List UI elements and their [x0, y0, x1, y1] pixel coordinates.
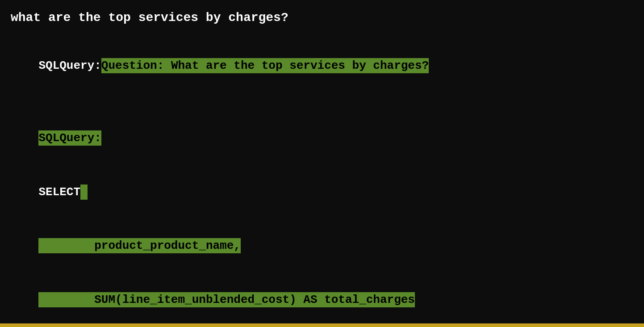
sqlquery-label2-highlight: SQLQuery: — [38, 130, 101, 146]
question-text: what are the top services by charges? — [11, 9, 633, 26]
sqlquery-line1: SQLQuery:Question: What are the top serv… — [11, 39, 633, 93]
select-keyword: SELECT — [38, 185, 80, 199]
col1-line: product_product_name, — [11, 219, 633, 273]
col1-highlight: product_product_name, — [38, 238, 240, 253]
bottom-bar — [0, 323, 644, 327]
col2-line: SUM(line_item_unblended_cost) AS total_c… — [11, 273, 633, 327]
sql-query-block: SQLQuery:Question: What are the top serv… — [11, 39, 633, 327]
select-line: SELECT — [11, 165, 633, 219]
select-highlight — [80, 184, 88, 200]
sqlquery-label1: SQLQuery: — [38, 59, 101, 72]
sqlquery-line2: SQLQuery: — [11, 111, 633, 165]
col2-highlight: SUM(line_item_unblended_cost) AS total_c… — [38, 292, 415, 307]
highlighted-question: Question: What are the top services by c… — [101, 58, 429, 73]
